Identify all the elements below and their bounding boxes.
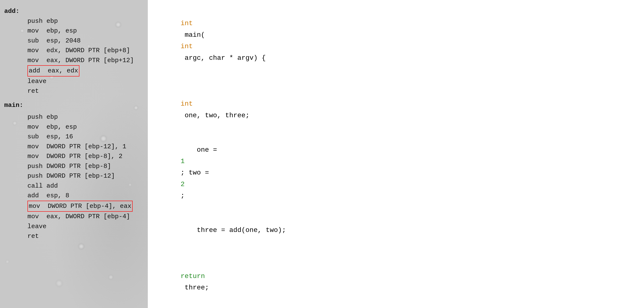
code-indent-5	[180, 261, 197, 269]
code-section: int main( int argc, char * argv) { int o…	[156, 6, 636, 308]
asm-line-mov-edx: movedx, DWORD PTR [ebp+8]	[4, 46, 144, 56]
assembly-panel: add: pushebp movebp, esp subesp, 2048 mo…	[0, 0, 148, 308]
code-line-2: int one, two, three;	[156, 75, 636, 133]
code-text-4: three = add(one, two);	[180, 226, 286, 234]
code-text-5: three;	[180, 284, 209, 291]
asm-line-ret-1: ret	[4, 86, 144, 96]
code-text-3b: ; two =	[180, 169, 213, 177]
asm-line-mov-ebp-esp-1: movebp, esp	[4, 26, 144, 36]
asm-line-mov-highlight: movDWORD PTR [ebp-4], eax	[4, 201, 144, 212]
assembly-code: add: pushebp movebp, esp subesp, 2048 mo…	[4, 6, 144, 241]
asm-line-call-add: calladd	[4, 181, 144, 191]
asm-line-leave-1: leave	[4, 77, 144, 86]
code-text-2: one, two, three;	[180, 112, 249, 119]
asm-line-leave-2: leave	[4, 222, 144, 231]
code-text-3c: ;	[180, 192, 184, 200]
asm-line-add-esp-8: addesp, 8	[4, 191, 144, 201]
code-line-3: one = 1 ; two = 2 ;	[156, 133, 636, 213]
code-text-3a: one =	[180, 146, 221, 154]
main-label: main:	[4, 100, 144, 110]
code-line-1: int main( int argc, char * argv) {	[156, 6, 636, 75]
asm-line-push-ebp-8: pushDWORD PTR [ebp-8]	[4, 161, 144, 171]
code-line-4: three = add(one, two);	[156, 213, 636, 248]
keyword-int-1: int	[180, 20, 193, 27]
keyword-int-2: int	[180, 43, 193, 50]
asm-line-mov-eax: moveax, DWORD PTR [ebp+12]	[4, 56, 144, 66]
asm-line-mov-ebp-esp-2: movebp, esp	[4, 122, 144, 132]
asm-line-mov-ebp-12: movDWORD PTR [ebp-12], 1	[4, 142, 144, 152]
keyword-return: return	[180, 272, 205, 280]
asm-line-mov-ebp-8: movDWORD PTR [ebp-8], 2	[4, 151, 144, 161]
code-line-6: }	[156, 305, 636, 308]
asm-line-sub-esp-16: subesp, 16	[4, 132, 144, 142]
asm-line-mov-eax-ebp-4: moveax, DWORD PTR [ebp-4]	[4, 212, 144, 222]
asm-line-sub-esp-2048: subesp, 2048	[4, 36, 144, 46]
add-label: add:	[4, 6, 144, 16]
code-text-1a: main(	[180, 31, 205, 39]
asm-line-push-ebp-1: pushebp	[4, 16, 144, 26]
asm-line-ret-2: ret	[4, 231, 144, 241]
number-1: 1	[180, 157, 184, 165]
asm-line-push-ebp-2: pushebp	[4, 112, 144, 122]
asm-line-push-ebp-12: pushDWORD PTR [ebp-12]	[4, 171, 144, 181]
number-2: 2	[180, 180, 184, 188]
asm-line-add-highlight: addeax, edx	[4, 65, 144, 77]
keyword-int-3: int	[180, 100, 193, 108]
code-indent-2	[180, 89, 197, 96]
right-panel: int main( int argc, char * argv) { int o…	[148, 0, 644, 308]
code-line-5: return three;	[156, 248, 636, 305]
code-text-1b: argc, char * argv) {	[180, 54, 266, 62]
